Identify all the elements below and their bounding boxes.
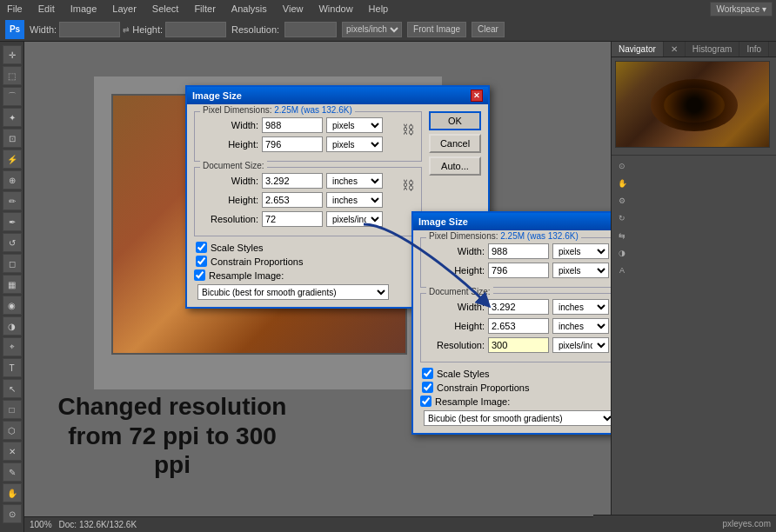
- dialog1-resample-checkbox[interactable]: [194, 269, 205, 281]
- dialog1-px-width-row: Width: pixels: [202, 117, 400, 133]
- dialog1-doc-width-input[interactable]: [262, 173, 323, 189]
- dialog2-document-size-label: Document Size:: [426, 287, 493, 296]
- width-input[interactable]: [59, 22, 120, 37]
- dialog1-constrain-label: Constrain Proportions: [211, 256, 303, 267]
- panel-hand-icon[interactable]: ✋: [615, 176, 629, 190]
- crop-tool[interactable]: ⊡: [3, 129, 22, 148]
- dialog2-scale-styles-checkbox[interactable]: [422, 368, 433, 379]
- ps-logo-icon: Ps: [5, 20, 24, 39]
- menu-file[interactable]: File: [3, 3, 26, 15]
- dialog1-ok-button[interactable]: OK: [429, 111, 481, 130]
- dialog2-resolution-unit[interactable]: pixels/inch: [552, 337, 609, 353]
- dialog2-doc-height-label: Height:: [428, 321, 485, 331]
- dialog2-resample-checkbox[interactable]: [420, 396, 431, 407]
- dialog2-body: Pixel Dimensions: 2.25M (was 132.6K) Wid…: [413, 230, 611, 433]
- front-image-button[interactable]: Front Image: [407, 22, 466, 37]
- menu-filter[interactable]: Filter: [191, 3, 218, 15]
- dialog1-close-button[interactable]: ✕: [471, 90, 483, 102]
- slice-tool[interactable]: ⚡: [3, 150, 22, 169]
- dialog1-resolution-input[interactable]: [262, 211, 323, 227]
- panel-settings-icon[interactable]: ⚙: [615, 194, 629, 208]
- dialog1-doc-width-unit[interactable]: inches: [326, 173, 383, 189]
- panel-color-icon[interactable]: ◑: [615, 246, 629, 260]
- canvas-annotation-text: Changed resolution from 72 ppi to 300 pp…: [50, 392, 294, 480]
- dialog1-px-width-input[interactable]: [262, 117, 323, 133]
- dialog2-doc-width-unit[interactable]: inches: [552, 299, 609, 315]
- tab-navigator[interactable]: Navigator: [612, 42, 664, 57]
- notes-tool[interactable]: ✎: [3, 462, 22, 482]
- panel-flip-icon[interactable]: ⇆: [615, 229, 629, 243]
- menu-analysis[interactable]: Analysis: [228, 3, 271, 15]
- 3d-tool[interactable]: ⬡: [3, 421, 22, 440]
- dialog2-doc-height-input[interactable]: [488, 318, 549, 334]
- brush-tool[interactable]: ✏: [3, 191, 22, 210]
- dialog1-constrain-row: Constrain Proportions: [194, 256, 422, 267]
- gradient-tool[interactable]: ▦: [3, 275, 22, 294]
- hand-tool[interactable]: ✋: [3, 483, 22, 502]
- tab-histogram[interactable]: ✕: [664, 42, 686, 57]
- dialog1-auto-button[interactable]: Auto...: [429, 156, 481, 176]
- tab-info[interactable]: Info: [739, 42, 769, 57]
- menu-help[interactable]: Help: [365, 3, 392, 15]
- clear-button[interactable]: Clear: [472, 22, 505, 37]
- menu-edit[interactable]: Edit: [35, 3, 58, 15]
- dialog1-px-height-input[interactable]: [262, 136, 323, 152]
- dialog1-constrain-checkbox[interactable]: [196, 256, 207, 267]
- dialog2-doc-width-input[interactable]: [488, 299, 549, 315]
- dialog1-resample-select[interactable]: Bicubic (best for smooth gradients): [197, 284, 389, 300]
- magic-wand-tool[interactable]: ✦: [3, 108, 22, 127]
- dialog2-doc-width-label: Width:: [428, 302, 485, 312]
- selection-tool[interactable]: ⬚: [3, 66, 22, 85]
- menu-window[interactable]: Window: [315, 3, 356, 15]
- menu-bar: File Edit Image Layer Select Filter Anal…: [0, 0, 776, 17]
- dialog2-resample-select[interactable]: Bicubic (best for smooth gradients): [424, 410, 611, 426]
- dialog1-px-width-unit[interactable]: pixels: [326, 117, 383, 133]
- dialog2-px-width-input[interactable]: [488, 243, 549, 259]
- dialog1-resolution-unit[interactable]: pixels/inch: [326, 211, 383, 227]
- menu-layer[interactable]: Layer: [109, 3, 140, 15]
- panel-text-icon[interactable]: A: [615, 263, 629, 277]
- height-input[interactable]: [165, 22, 226, 37]
- healing-brush-tool[interactable]: ⊕: [3, 170, 22, 190]
- path-selection-tool[interactable]: ↖: [3, 379, 22, 398]
- dialog1-pixel-dimensions-value: 2.25M (was 132.6K): [274, 105, 352, 115]
- zoom-tool[interactable]: ⊙: [3, 504, 22, 523]
- zoom-level: 100%: [30, 520, 52, 529]
- dialog1-doc-height-unit[interactable]: inches: [326, 192, 383, 208]
- history-brush-tool[interactable]: ↺: [3, 233, 22, 252]
- main-layout: ✛ ⬚ ⌒ ✦ ⊡ ⚡ ⊕ ✏ ✒ ↺ ◻ ▦ ◉ ◑ ⌖ T ↖ □ ⬡ ✕ …: [0, 42, 776, 532]
- right-panel: Navigator ✕ Histogram Info ⊙ ✋ ⚙ ↻ ⇆ ◑ A: [611, 42, 776, 532]
- dialog2-resolution-input[interactable]: [488, 337, 549, 353]
- panel-rotate-icon[interactable]: ↻: [615, 211, 629, 225]
- dialog2-resolution-row: Resolution: pixels/inch: [428, 337, 611, 353]
- move-tool[interactable]: ✛: [3, 45, 22, 64]
- dialog2-px-width-unit[interactable]: pixels: [552, 243, 609, 259]
- dialog2-constrain-checkbox[interactable]: [422, 382, 433, 393]
- lasso-tool[interactable]: ⌒: [3, 87, 22, 106]
- dialog1-px-height-unit[interactable]: pixels: [326, 136, 383, 152]
- dialog2-px-height-input[interactable]: [488, 263, 549, 278]
- eyedropper-tool[interactable]: ✕: [3, 442, 22, 461]
- menu-select[interactable]: Select: [149, 3, 183, 15]
- resolution-input[interactable]: [284, 22, 337, 37]
- eraser-tool[interactable]: ◻: [3, 254, 22, 273]
- dialog1-doc-width-label: Width:: [202, 176, 258, 186]
- dialog2-doc-height-unit[interactable]: inches: [552, 318, 609, 334]
- type-tool[interactable]: T: [3, 358, 22, 377]
- menu-image[interactable]: Image: [67, 3, 101, 15]
- workspace-button[interactable]: Workspace ▾: [710, 2, 773, 17]
- shape-tool[interactable]: □: [3, 400, 22, 419]
- panel-zoom-icon[interactable]: ⊙: [615, 159, 629, 173]
- resolution-unit-select[interactable]: pixels/inch: [342, 22, 402, 37]
- blur-tool[interactable]: ◉: [3, 296, 22, 315]
- dialog1-doc-height-input[interactable]: [262, 192, 323, 208]
- dialog1-cancel-button[interactable]: Cancel: [429, 134, 481, 153]
- annotation-line2: from 72 ppi to 300: [50, 422, 294, 451]
- dodge-tool[interactable]: ◑: [3, 316, 22, 336]
- pen-tool[interactable]: ⌖: [3, 337, 22, 356]
- tab-histogram-label[interactable]: Histogram: [686, 42, 740, 57]
- clone-stamp-tool[interactable]: ✒: [3, 212, 22, 231]
- menu-view[interactable]: View: [279, 3, 307, 15]
- dialog2-px-height-unit[interactable]: pixels: [552, 263, 609, 278]
- dialog1-scale-styles-checkbox[interactable]: [196, 242, 207, 253]
